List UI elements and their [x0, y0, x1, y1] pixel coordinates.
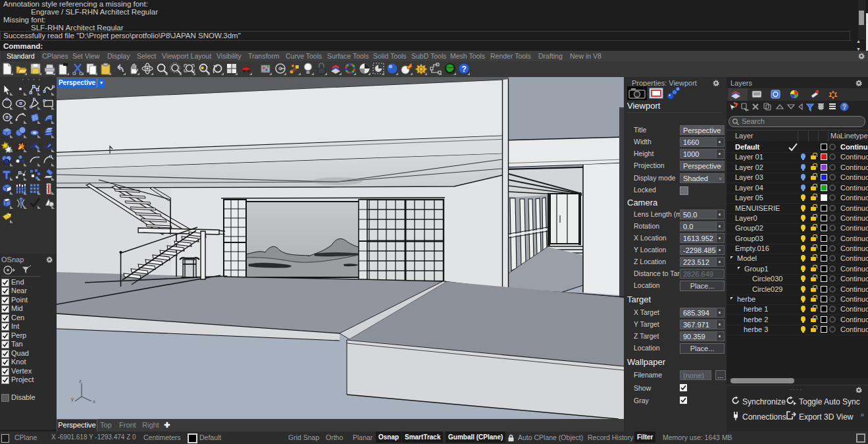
svg-text:?: ? — [462, 65, 467, 74]
svg-text:?: ? — [842, 103, 846, 111]
svg-text:x: x — [93, 399, 95, 404]
svg-text:y: y — [71, 396, 74, 402]
svg-text:z: z — [79, 378, 82, 384]
